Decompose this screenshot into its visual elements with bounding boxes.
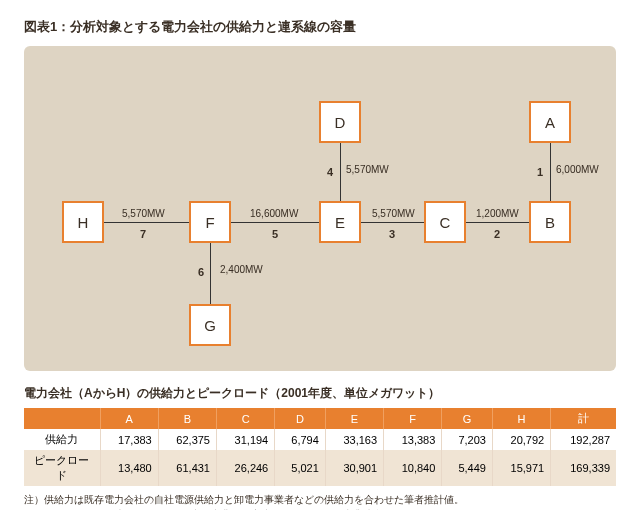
table-cell: 6,794 <box>275 429 326 450</box>
table-cell: 33,163 <box>325 429 383 450</box>
link-cap-2: 1,200MW <box>476 208 519 219</box>
edge-7 <box>104 222 189 223</box>
table-cell: 26,246 <box>217 450 275 486</box>
link-cap-7: 5,570MW <box>122 208 165 219</box>
note-line-1: 供給力は既存電力会社の自社電源供給力と卸電力事業者などの供給力を合わせた筆者推計… <box>44 494 464 505</box>
table-cell: 31,194 <box>217 429 275 450</box>
table-header-row: A B C D E F G H 計 <box>24 408 616 429</box>
node-h: H <box>62 201 104 243</box>
table-title: 電力会社（AからH）の供給力とピークロード（2001年度、単位メガワット） <box>24 385 616 402</box>
table-header: B <box>158 408 216 429</box>
edge-1 <box>550 143 551 201</box>
link-num-4: 4 <box>327 166 333 178</box>
table-cell: 7,203 <box>442 429 493 450</box>
table-header: C <box>217 408 275 429</box>
node-e: E <box>319 201 361 243</box>
table-cell: 20,792 <box>492 429 550 450</box>
link-num-5: 5 <box>272 228 278 240</box>
node-b: B <box>529 201 571 243</box>
edge-6 <box>210 243 211 304</box>
table-header: E <box>325 408 383 429</box>
link-num-3: 3 <box>389 228 395 240</box>
table-row: 供給力 17,383 62,375 31,194 6,794 33,163 13… <box>24 429 616 450</box>
row-label: ピークロード <box>24 450 100 486</box>
table-header: H <box>492 408 550 429</box>
edge-5 <box>231 222 319 223</box>
node-c: C <box>424 201 466 243</box>
link-cap-4: 5,570MW <box>346 164 389 175</box>
table-header: A <box>100 408 158 429</box>
table-header: 計 <box>551 408 616 429</box>
table-cell: 61,431 <box>158 450 216 486</box>
footnote: 注）供給力は既存電力会社の自社電源供給力と卸電力事業者などの供給力を合わせた筆者… <box>24 492 616 510</box>
table-cell: 5,449 <box>442 450 493 486</box>
link-cap-3: 5,570MW <box>372 208 415 219</box>
edge-4 <box>340 143 341 201</box>
table-cell: 62,375 <box>158 429 216 450</box>
node-f: F <box>189 201 231 243</box>
link-num-6: 6 <box>198 266 204 278</box>
link-num-7: 7 <box>140 228 146 240</box>
node-g: G <box>189 304 231 346</box>
link-cap-5: 16,600MW <box>250 208 298 219</box>
table-header: F <box>384 408 442 429</box>
figure-title: 図表1：分析対象とする電力会社の供給力と連系線の容量 <box>24 18 616 36</box>
link-num-2: 2 <box>494 228 500 240</box>
table-cell: 30,901 <box>325 450 383 486</box>
link-num-1: 1 <box>537 166 543 178</box>
network-diagram: H F G E D C B A 7 5 3 2 6 4 1 5,570MW 16… <box>24 46 616 371</box>
table-cell: 17,383 <box>100 429 158 450</box>
node-d: D <box>319 101 361 143</box>
table-cell: 5,021 <box>275 450 326 486</box>
table-header: G <box>442 408 493 429</box>
table-header: D <box>275 408 326 429</box>
table-cell: 169,339 <box>551 450 616 486</box>
note-prefix: 注） <box>24 494 44 505</box>
table-header-blank <box>24 408 100 429</box>
node-a: A <box>529 101 571 143</box>
link-cap-6: 2,400MW <box>220 264 263 275</box>
capacity-table: A B C D E F G H 計 供給力 17,383 62,375 31,1… <box>24 408 616 486</box>
table-row: ピークロード 13,480 61,431 26,246 5,021 30,901… <box>24 450 616 486</box>
edge-2 <box>466 222 529 223</box>
row-label: 供給力 <box>24 429 100 450</box>
table-cell: 10,840 <box>384 450 442 486</box>
table-cell: 13,480 <box>100 450 158 486</box>
table-cell: 13,383 <box>384 429 442 450</box>
edge-3 <box>361 222 424 223</box>
table-cell: 192,287 <box>551 429 616 450</box>
table-cell: 15,971 <box>492 450 550 486</box>
link-cap-1: 6,000MW <box>556 164 599 175</box>
